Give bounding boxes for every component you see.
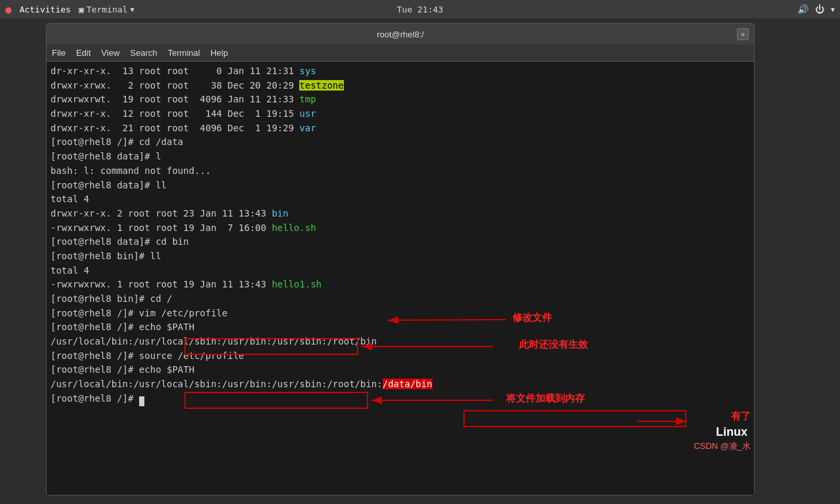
terminal-icon: ▣ [79, 5, 84, 14]
terminal-content[interactable]: dr-xr-xr-x. 13 root root 0 Jan 11 21:31 … [47, 62, 754, 495]
terminal-dropdown-icon: ▼ [130, 6, 134, 13]
linux-label: Linux [716, 425, 747, 439]
power-icon[interactable]: ⏻ [815, 4, 824, 14]
csdn-label: CSDN @凌_水 [694, 440, 751, 452]
topbar: ● Activities ▣ Terminal ▼ Tue 21:43 🔊 ⏻ … [0, 0, 840, 18]
distro-icon: ● [5, 3, 12, 16]
close-button[interactable]: × [737, 28, 749, 40]
menu-bar: File Edit View Search Terminal Help [47, 45, 754, 62]
title-bar: root@rhel8:/ × [47, 24, 754, 45]
terminal-window: root@rhel8:/ × File Edit View Search Ter… [46, 23, 755, 495]
terminal-output: dr-xr-xr-x. 13 root root 0 Jan 11 21:31 … [51, 64, 750, 406]
dropdown-icon[interactable]: ▼ [831, 6, 835, 13]
menu-search[interactable]: Search [130, 48, 157, 58]
window-title: root@rhel8:/ [377, 30, 424, 39]
annotation-box-databin [463, 410, 686, 427]
topbar-right: 🔊 ⏻ ▼ [797, 4, 835, 14]
sound-icon[interactable]: 🔊 [797, 4, 808, 14]
menu-terminal[interactable]: Terminal [168, 48, 200, 58]
menu-help[interactable]: Help [211, 48, 228, 58]
menu-edit[interactable]: Edit [76, 48, 91, 58]
menu-file[interactable]: File [52, 48, 66, 58]
menu-view[interactable]: View [101, 48, 119, 58]
terminal-app-label[interactable]: ▣ Terminal ▼ [79, 5, 134, 14]
annotation-found: 有了 [731, 410, 751, 423]
topbar-clock: Tue 21:43 [397, 5, 443, 14]
topbar-left: ● Activities ▣ Terminal ▼ [5, 3, 134, 16]
activities-label[interactable]: Activities [20, 5, 71, 14]
